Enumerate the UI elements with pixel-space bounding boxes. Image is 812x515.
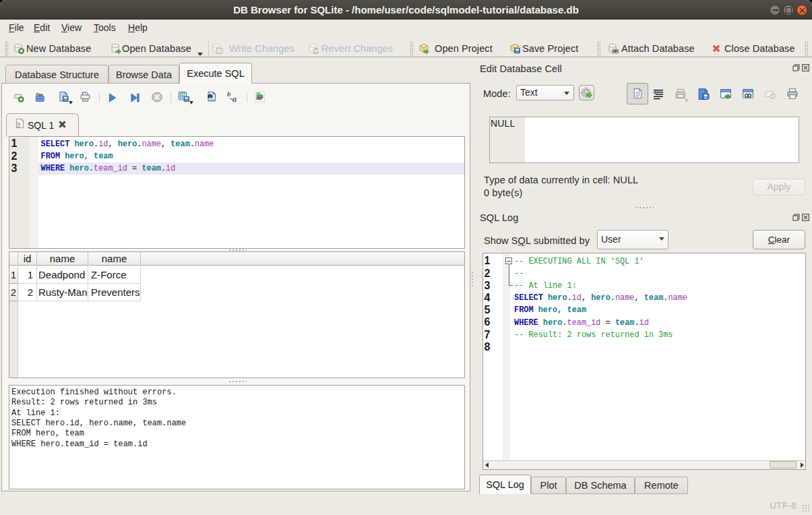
svg-text:b: b	[227, 90, 231, 98]
svg-text:a: a	[232, 94, 237, 103]
